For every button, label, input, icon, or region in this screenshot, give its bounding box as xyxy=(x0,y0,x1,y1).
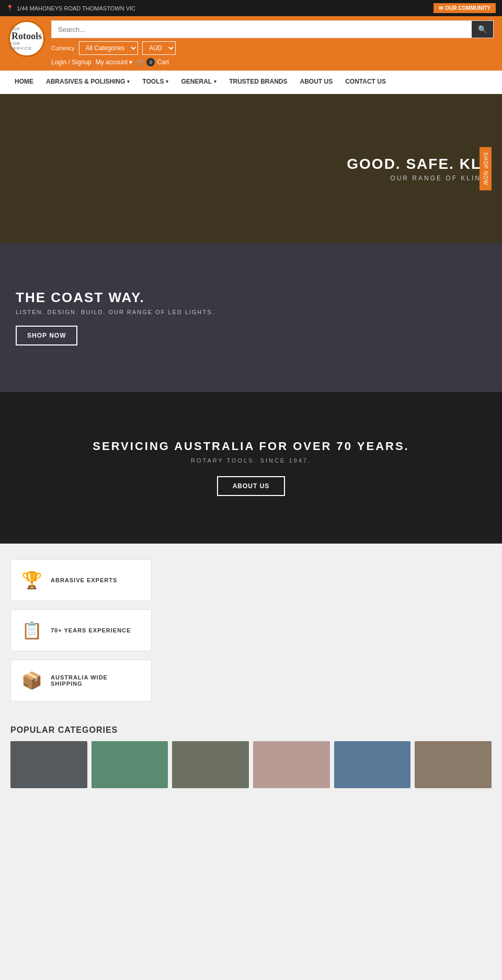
hero-2-title: THE COAST WAY. xyxy=(16,290,215,306)
nav-tools[interactable]: TOOLS ▾ xyxy=(136,71,175,94)
categories-grid xyxy=(10,741,492,788)
nav-general-chevron: ▾ xyxy=(214,79,216,84)
feature-card-abrasive: 🏆 ABRASIVE EXPERTS xyxy=(10,559,152,601)
feature-card-shipping: 📦 AUSTRALIA WIDE SHIPPING xyxy=(10,660,152,701)
login-link[interactable]: Login / Signup xyxy=(51,59,92,66)
hero-2-shop-button[interactable]: SHOP NOW xyxy=(16,326,77,345)
nav-about-us[interactable]: ABOUT US xyxy=(294,71,339,94)
cart-label: Cart xyxy=(157,59,169,66)
feature-shipping-label: AUSTRALIA WIDE SHIPPING xyxy=(51,674,141,687)
category-card-2[interactable] xyxy=(92,741,168,788)
logo-name: Rotools xyxy=(10,31,43,42)
header-right: 🔍 Currency All Categories AUD Login / Si… xyxy=(51,20,494,66)
hero-3-title: SERVICING AUSTRALIA FOR OVER 70 YEARS. xyxy=(93,440,409,453)
currency-label: Currency xyxy=(51,45,75,51)
hero-3-about-button[interactable]: ABOUT US xyxy=(217,476,286,496)
location-icon: 📍 xyxy=(6,5,14,11)
hero-2-subtitle: LISTEN. DESIGN. BUILD. OUR RANGE OF LED … xyxy=(16,309,215,315)
search-bar: 🔍 xyxy=(51,20,494,38)
header: FOR Rotools FOR SERVICE 🔍 Currency All C… xyxy=(0,16,502,71)
nav-contact-us[interactable]: CONTACT US xyxy=(339,71,392,94)
category-card-5[interactable] xyxy=(334,741,411,788)
hero-1-content: GOOD. SAFE. KL OUR RANGE OF KLIN xyxy=(347,156,481,182)
feature-abrasive-label: ABRASIVE EXPERTS xyxy=(51,577,117,583)
cart-count: 0 xyxy=(146,58,155,66)
document-icon: 📋 xyxy=(21,620,42,640)
nav-trusted-brands[interactable]: TRUSTED BRANDS xyxy=(223,71,293,94)
cart-icon: 🛒 xyxy=(136,59,144,66)
category-card-4[interactable] xyxy=(253,741,330,788)
hero-1-title: GOOD. SAFE. KL xyxy=(347,156,481,172)
hero-banner-1: GOOD. SAFE. KL OUR RANGE OF KLIN SHOP NO… xyxy=(0,94,502,243)
category-card-6[interactable] xyxy=(415,741,492,788)
hero-3-subtitle: ROTARY TOOLS. SINCE 1947. xyxy=(191,457,311,464)
main-nav: HOME ABRASIVES & POLISHING ▾ TOOLS ▾ GEN… xyxy=(0,71,502,94)
top-bar-left: 📍 1/44 MAHONEYS ROAD THOMASTOWN VIC xyxy=(6,5,135,11)
feature-experience-label: 70+ YEARS EXPERIENCE xyxy=(51,627,131,633)
account-chevron: ▾ xyxy=(129,59,132,66)
nav-abrasives-chevron: ▾ xyxy=(127,79,130,84)
nav-tools-chevron: ▾ xyxy=(166,79,168,84)
hero-2-content: THE COAST WAY. LISTEN. DESIGN. BUILD. OU… xyxy=(16,290,215,345)
hero-banner-2: THE COAST WAY. LISTEN. DESIGN. BUILD. OU… xyxy=(0,243,502,392)
top-bar: 📍 1/44 MAHONEYS ROAD THOMASTOWN VIC ✉ OU… xyxy=(0,0,502,16)
header-controls-row: Currency All Categories AUD xyxy=(51,41,494,55)
feature-card-experience: 📋 70+ YEARS EXPERIENCE xyxy=(10,609,152,651)
currency-wrapper: Currency xyxy=(51,45,75,51)
header-top-row: FOR Rotools FOR SERVICE 🔍 Currency All C… xyxy=(8,20,494,66)
category-card-3[interactable] xyxy=(172,741,249,788)
address-text: 1/44 MAHONEYS ROAD THOMASTOWN VIC xyxy=(17,5,135,11)
auth-cart-row: Login / Signup My account ▾ 🛒 0 Cart xyxy=(51,58,494,66)
features-section: 🏆 ABRASIVE EXPERTS 📋 70+ YEARS EXPERIENC… xyxy=(0,544,502,717)
nav-general[interactable]: GENERAL ▾ xyxy=(175,71,223,94)
nav-abrasives[interactable]: ABRASIVES & POLISHING ▾ xyxy=(40,71,136,94)
logo[interactable]: FOR Rotools FOR SERVICE xyxy=(8,20,45,57)
category-selector[interactable]: All Categories xyxy=(79,41,138,55)
logo-sub-bottom: FOR SERVICE xyxy=(10,41,43,51)
cart-button[interactable]: 🛒 0 Cart xyxy=(136,58,169,66)
popular-categories-section: POPULAR CATEGORIES xyxy=(0,717,502,799)
hero-banner-3: SERVICING AUSTRALIA FOR OVER 70 YEARS. R… xyxy=(0,392,502,544)
nav-home[interactable]: HOME xyxy=(8,71,40,94)
hero-1-shop-button[interactable]: SHOP NOW xyxy=(480,147,492,190)
search-button[interactable]: 🔍 xyxy=(472,21,493,38)
popular-categories-title: POPULAR CATEGORIES xyxy=(10,717,492,741)
community-button[interactable]: ✉ OUR COMMUNITY xyxy=(433,3,496,13)
hero-1-subtitle: OUR RANGE OF KLIN xyxy=(347,175,481,182)
email-icon: ✉ xyxy=(439,5,443,11)
box-icon: 📦 xyxy=(21,671,42,690)
trophy-icon: 🏆 xyxy=(21,570,42,590)
currency-selector[interactable]: AUD xyxy=(142,41,176,55)
account-link[interactable]: My account ▾ xyxy=(96,59,133,66)
category-card-1[interactable] xyxy=(10,741,87,788)
search-input[interactable] xyxy=(52,21,472,38)
